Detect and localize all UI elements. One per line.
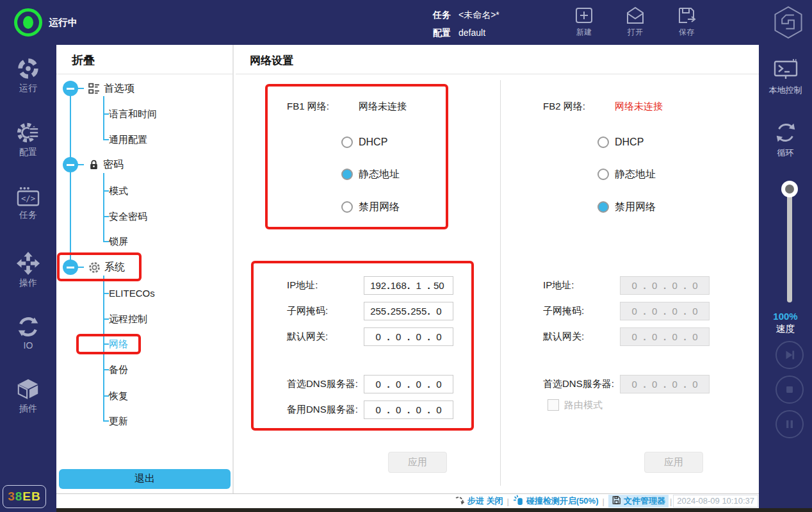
collision-detection-toggle[interactable]: 碰撞检测开启(50%) [513,495,599,508]
fb1-static-label: 静态地址 [359,168,400,181]
screen-bottom-edge [56,508,812,512]
nav-task-label: 任务 [0,210,56,221]
fb2-mask-label: 子网掩码: [543,305,620,317]
svg-text:</>: </> [21,194,35,203]
move-arrows-icon [0,251,56,276]
fb1-ip-label: IP地址: [287,279,364,292]
nav-operate-label: 操作 [0,277,56,289]
nav-item-task[interactable]: </> 任务 [0,186,56,221]
tree-item-elitecos[interactable]: ELITECOs [109,286,155,301]
settings-tree-panel: 折叠 首选项 密码 [56,45,234,493]
open-task-button[interactable]: 打开 [615,5,656,38]
stop-button[interactable] [775,376,804,404]
new-task-button[interactable]: 新建 [564,5,605,38]
fb1-radio-disable[interactable]: 禁用网络 [341,200,400,214]
speed-slider-track[interactable] [787,189,792,302]
tree-system-label: 系统 [104,261,125,274]
step-run-button[interactable] [775,341,804,369]
exit-button[interactable]: 退出 [59,469,231,489]
brand-logo-icon [772,4,804,43]
fb1-ip-input[interactable]: 192.168.1.50 [364,276,453,295]
fb2-mask-row: 子网掩码: 0.0.0.0 [543,302,761,320]
radio-icon[interactable] [341,201,353,213]
tree-item-update[interactable]: 更新 [109,414,128,428]
fb1-dns2-row: 备用DNS服务器: 0.0.0.0 [287,401,505,419]
fb1-gateway-input[interactable]: 0.0.0.0 [364,327,453,346]
statusbar-separator: | [670,497,672,506]
fb1-dns1-input[interactable]: 0.0.0.0 [364,375,453,393]
fb1-apply-button[interactable]: 应用 [388,452,447,473]
nav-io-label: IO [0,340,56,351]
tree-item-backup[interactable]: 备份 [109,363,128,377]
nav-item-io[interactable]: IO [0,315,56,351]
fb2-static-label: 静态地址 [615,168,656,181]
tree-line [103,395,109,397]
speed-label: 速度 [759,323,812,335]
tree-line [103,276,104,421]
fb1-dns2-input[interactable]: 0.0.0.0 [364,401,453,419]
tree-item-safety-password[interactable]: 安全密码 [109,210,147,224]
nav-item-operate[interactable]: 操作 [0,251,56,289]
new-file-icon [564,5,605,26]
task-config-block: 任务<未命名>* 配置default [433,6,499,42]
radio-checked-icon[interactable] [341,169,353,180]
speed-slider-knob[interactable] [781,181,798,197]
tree-line [103,113,109,115]
fb1-gateway-row: 默认网关: 0.0.0.0 [287,327,505,346]
save-task-button[interactable]: 保存 [666,5,707,38]
tree-line [103,139,109,140]
tree-item-language-time[interactable]: 语言和时间 [109,107,157,121]
fb1-disable-label: 禁用网络 [359,201,400,214]
tree-item-mode[interactable]: 模式 [109,184,128,198]
file-manager-button[interactable]: 文件管理器 [608,495,669,508]
tree-item-general-config[interactable]: 通用配置 [109,133,147,147]
fb1-mask-input[interactable]: 255.255.255.0 [364,302,453,320]
tree-item-lock-screen[interactable]: 锁屏 [109,235,128,249]
tree-node-preferences[interactable]: 首选项 [63,81,134,96]
radio-icon[interactable] [597,136,609,148]
tree-item-network[interactable]: 网络 [109,337,128,351]
tree-line [103,343,109,345]
fb2-apply-button[interactable]: 应用 [644,452,703,473]
fb1-name-label: FB1 网络: [287,101,329,111]
local-control-button[interactable]: 本地控制 [759,59,812,96]
radio-icon[interactable] [341,136,353,148]
fb1-radio-static[interactable]: 静态地址 [341,167,400,181]
fb2-disable-label: 禁用网络 [615,201,656,214]
collapse-minus-icon[interactable] [63,81,78,96]
collision-icon [513,495,524,508]
fb1-ip-row: IP地址: 192.168.1.50 [287,276,505,295]
step-mode-toggle[interactable]: 步进 关闭 [455,495,503,508]
fb2-radio-dhcp[interactable]: DHCP [597,135,644,149]
collapse-minus-icon[interactable] [63,157,78,172]
cube-icon [0,377,56,401]
open-file-icon [615,5,656,26]
tree-node-password[interactable]: 密码 [63,157,124,172]
radio-icon[interactable] [597,169,609,180]
tree-line [103,173,104,242]
config-name: default [459,28,485,38]
fb1-radio-dhcp[interactable]: DHCP [341,135,387,149]
fb1-status-text: 网络未连接 [359,99,407,113]
tree-item-restore[interactable]: 恢复 [109,389,128,403]
fb2-route-mode-row: 路由模式 [548,398,603,412]
nav-item-config[interactable]: 配置 [0,120,56,158]
loop-icon [759,120,812,145]
fb2-radio-static[interactable]: 静态地址 [597,167,656,181]
fb2-header-row: FB2 网络: 网络未连接 [543,99,735,113]
loop-button[interactable]: 循环 [759,120,812,159]
tree-node-system[interactable]: 系统 [63,260,125,275]
pause-button[interactable] [775,410,804,438]
collapse-minus-icon[interactable] [63,260,78,275]
fb2-radio-disable[interactable]: 禁用网络 [597,200,656,214]
tree-item-remote-control[interactable]: 远程控制 [109,312,147,326]
io-cycle-icon [0,315,56,338]
nav-item-run[interactable]: 运行 [0,56,56,94]
nav-plugin-label: 插件 [0,403,56,415]
statusbar-separator: | [603,497,605,506]
nav-item-plugin[interactable]: 插件 [0,377,56,415]
radio-checked-icon[interactable] [597,201,609,213]
lock-icon [88,159,99,170]
collapse-header[interactable]: 折叠 [72,53,95,68]
tree-preferences-label: 首选项 [104,82,134,95]
